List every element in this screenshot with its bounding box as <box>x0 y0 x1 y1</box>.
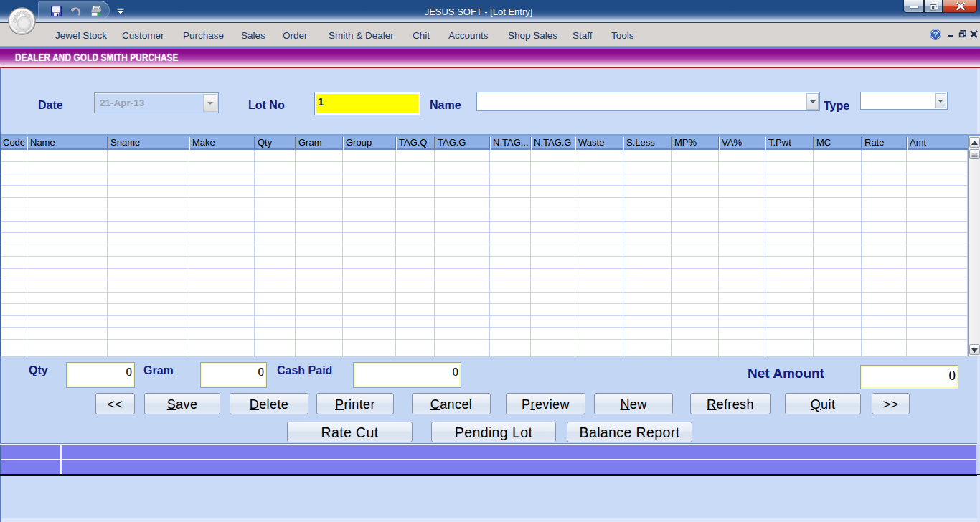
svg-text:?: ? <box>933 30 938 39</box>
